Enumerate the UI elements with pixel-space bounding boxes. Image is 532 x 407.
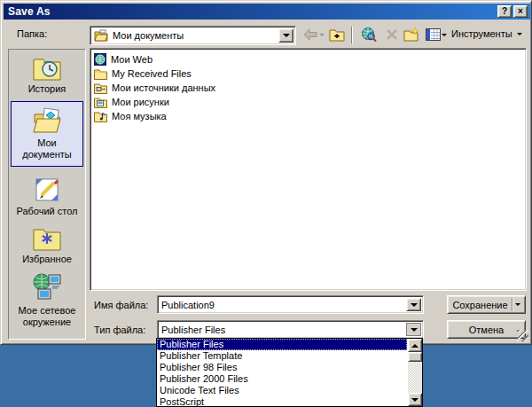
place-label: Мое сетевое окружение — [11, 305, 83, 328]
place-my-documents[interactable]: Мои документы — [11, 101, 83, 167]
dropdown-option[interactable]: Unicode Text Files — [157, 385, 407, 396]
file-type-dropdown-list[interactable]: Publisher Files Publisher Template Publi… — [156, 338, 423, 407]
save-button-label: Сохранение — [452, 300, 507, 310]
place-desktop[interactable]: Рабочий стол — [11, 176, 83, 217]
new-folder-button[interactable] — [402, 26, 421, 43]
desktop-background: Save As ? × Папка: Мои документы — [0, 0, 532, 407]
file-type-dropdown-button[interactable] — [406, 323, 421, 336]
dropdown-scrollbar[interactable] — [408, 339, 422, 406]
arrow-down-icon — [411, 398, 419, 405]
dropdown-option[interactable]: Publisher Template — [157, 350, 407, 362]
resize-grip[interactable] — [517, 330, 528, 341]
save-button[interactable]: Сохранение — [447, 295, 526, 314]
place-label: Рабочий стол — [11, 206, 83, 217]
back-history-button[interactable] — [317, 26, 327, 43]
chevron-down-icon — [283, 34, 290, 41]
pictures-folder-icon — [94, 97, 107, 108]
dropdown-option[interactable]: Publisher 2000 Files — [157, 373, 407, 385]
save-options-button[interactable] — [512, 298, 523, 311]
open-folder-icon — [94, 29, 108, 42]
help-icon: ? — [502, 6, 507, 16]
scroll-up-button[interactable] — [408, 339, 422, 352]
title-bar[interactable]: Save As ? × — [4, 4, 530, 20]
file-name-dropdown-button[interactable] — [406, 298, 421, 311]
title-bar-buttons: ? × — [497, 5, 528, 18]
cancel-button[interactable]: Отмена — [447, 320, 526, 339]
views-grid-icon — [426, 28, 441, 41]
folder-label: Папка: — [17, 28, 47, 39]
place-history[interactable]: История — [11, 55, 83, 95]
my-documents-icon — [31, 107, 63, 136]
file-type-combobox[interactable]: Publisher Files — [157, 320, 424, 339]
list-item[interactable]: Мои источники данных — [94, 81, 526, 95]
file-type-label: Тип файла: — [94, 325, 145, 335]
data-sources-folder-icon — [94, 82, 107, 94]
dropdown-option[interactable]: PostScript — [157, 396, 407, 407]
chevron-down-icon — [515, 303, 520, 309]
file-name-label: Имя файла: — [94, 300, 148, 310]
tools-menu[interactable]: Инструменты — [451, 28, 522, 39]
folder-dropdown-button[interactable] — [278, 28, 293, 43]
file-name-input[interactable] — [161, 300, 383, 310]
file-name: Моя музыка — [112, 111, 167, 121]
file-name: My Received Files — [112, 68, 192, 79]
file-name: Мои Web — [111, 54, 153, 65]
network-places-icon — [31, 271, 63, 303]
delete-button[interactable] — [382, 26, 402, 43]
folder-combobox-value: Мои документы — [113, 30, 184, 41]
scrollbar-thumb[interactable] — [408, 352, 422, 362]
close-button[interactable]: × — [513, 5, 528, 18]
close-icon: × — [518, 6, 523, 16]
tools-menu-label: Инструменты — [451, 28, 512, 39]
file-name: Мои источники данных — [112, 82, 215, 93]
dropdown-option[interactable]: Publisher 98 Files — [157, 362, 407, 373]
chevron-down-icon — [411, 303, 418, 310]
chevron-down-icon — [319, 34, 325, 39]
chevron-down-icon — [442, 34, 447, 39]
desktop-icon — [33, 176, 61, 204]
window-title: Save As — [8, 5, 51, 18]
arrow-up-icon — [411, 340, 419, 348]
delete-x-icon — [386, 28, 398, 41]
place-label: История — [11, 83, 83, 95]
music-folder-icon — [94, 111, 107, 122]
search-web-button[interactable] — [357, 26, 380, 43]
cancel-button-label: Отмена — [469, 325, 504, 335]
places-bar: История Мои документы — [8, 49, 86, 340]
history-icon — [32, 55, 62, 82]
list-item[interactable]: Мои Web — [94, 52, 526, 67]
place-favorites[interactable]: Избранное — [11, 225, 83, 265]
favorites-icon — [32, 225, 62, 252]
up-one-level-button[interactable] — [327, 26, 347, 43]
list-item[interactable]: My Received Files — [94, 67, 526, 81]
folder-icon — [94, 68, 107, 80]
up-folder-icon — [329, 27, 345, 42]
list-item[interactable]: Моя музыка — [94, 109, 526, 123]
place-network[interactable]: Мое сетевое окружение — [11, 271, 83, 328]
list-item[interactable]: Мои рисунки — [94, 95, 526, 109]
scroll-down-button[interactable] — [408, 393, 422, 406]
file-name: Мои рисунки — [112, 97, 169, 107]
folder-combobox[interactable]: Мои документы — [90, 26, 296, 45]
save-as-dialog: Save As ? × Папка: Мои документы — [0, 0, 532, 345]
toolbar-separator — [351, 27, 353, 43]
place-label: Мои документы — [12, 137, 82, 160]
views-dropdown-button[interactable] — [439, 26, 450, 43]
back-arrow-icon — [303, 27, 317, 42]
file-type-value: Publisher Files — [161, 325, 225, 335]
chevron-down-icon — [411, 328, 418, 335]
file-name-combobox[interactable] — [157, 295, 424, 314]
place-label: Избранное — [11, 254, 83, 265]
new-folder-icon — [403, 27, 419, 42]
web-folder-icon — [94, 53, 106, 66]
search-globe-icon — [360, 27, 378, 43]
help-button[interactable]: ? — [497, 5, 512, 18]
chevron-down-icon — [517, 33, 522, 38]
file-list[interactable]: Мои Web My Received Files Мои источники … — [90, 48, 527, 291]
dropdown-option[interactable]: Publisher Files — [157, 339, 407, 350]
